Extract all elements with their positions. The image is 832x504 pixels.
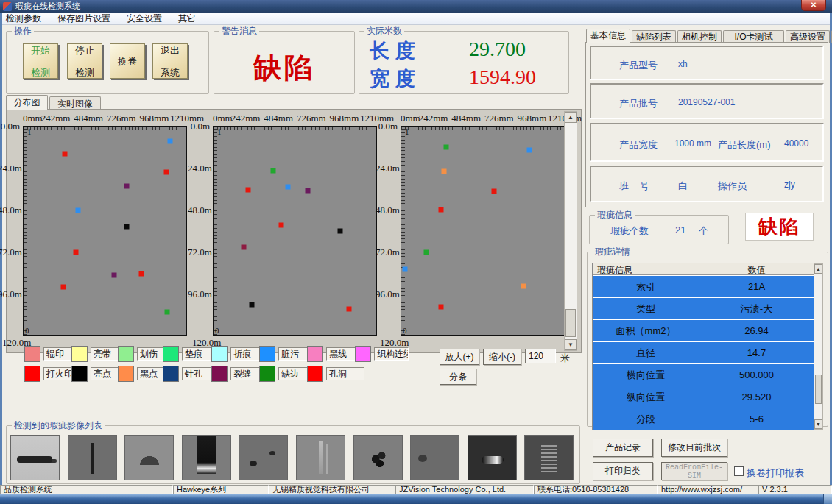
defect-point[interactable] [241, 244, 246, 249]
defect-point[interactable] [441, 168, 446, 174]
table-scroll-down[interactable]: ▼ [814, 419, 822, 429]
defect-point[interactable] [124, 184, 129, 189]
scatter-plot-1[interactable]: 10 [23, 126, 187, 336]
defect-point[interactable] [347, 307, 352, 312]
menu-bar: 检测参数保存图片设置安全设置其它 [0, 13, 832, 25]
defect-point[interactable] [402, 266, 407, 271]
defect-thumbnail-6[interactable] [296, 435, 345, 480]
menu-item-其它[interactable]: 其它 [178, 13, 196, 25]
product-record-button[interactable]: 产品记录 [593, 439, 653, 457]
defect-thumbnail-5[interactable] [239, 435, 288, 480]
menu-item-安全设置[interactable]: 安全设置 [127, 13, 162, 25]
defect-thumbnail-8[interactable] [410, 435, 459, 480]
table-row[interactable]: 横向位置500.000 [593, 364, 814, 386]
y-tick-label: 48.0m [376, 205, 398, 216]
scroll-thumb[interactable] [565, 309, 576, 337]
defect-point[interactable] [337, 228, 342, 233]
defect-point[interactable] [138, 271, 144, 276]
show-desktop-button[interactable] [823, 494, 832, 504]
menu-item-检测参数[interactable]: 检测参数 [6, 13, 41, 25]
op-button-4[interactable]: 退出系统 [152, 43, 188, 79]
defect-point[interactable] [62, 151, 67, 156]
y-tick-label: 72.0m [188, 246, 210, 258]
op-button-2[interactable]: 停止检测 [67, 43, 102, 79]
defect-point[interactable] [76, 208, 81, 213]
info-tab-基本信息[interactable]: 基本信息 [586, 29, 630, 43]
taskbar[interactable] [0, 494, 832, 504]
defect-count-value: 21 [675, 224, 685, 235]
status-segment-4: JZVision Technology Co., Ltd. [395, 485, 534, 494]
defect-point[interactable] [249, 302, 254, 308]
table-row[interactable]: 索引21A [593, 276, 814, 297]
split-button[interactable]: 分条 [440, 369, 476, 385]
defect-detail-title: 瑕疵详情 [593, 246, 632, 257]
defect-point[interactable] [74, 249, 79, 255]
defect-detail-group: 瑕疵详情 瑕疵信息数值索引21A类型污渍-大面积（mm2）26.94直径14.7… [587, 252, 828, 427]
menu-item-保存图片设置[interactable]: 保存图片设置 [57, 13, 110, 25]
defect-point[interactable] [271, 168, 276, 173]
y-axis-ruler [214, 127, 217, 335]
scroll-down-button[interactable]: ▼ [565, 339, 577, 350]
table-scroll-up[interactable]: ▲ [814, 264, 822, 274]
app-window: 瑕疵在线检测系统 ✕ 检测参数保存图片设置安全设置其它 操作 开始检测停止检测换… [0, 0, 832, 504]
title-bar[interactable]: 瑕疵在线检测系统 ✕ [0, 0, 832, 13]
table-header-value: 数值 [699, 264, 814, 275]
defect-point[interactable] [165, 310, 170, 315]
defect-point[interactable] [527, 147, 532, 152]
defect-point[interactable] [444, 144, 449, 149]
defect-point[interactable] [305, 188, 310, 194]
status-segment-6: http://www.wxjzsj.com/ [658, 485, 758, 494]
op-button-3[interactable]: 换卷 [110, 43, 145, 79]
close-button[interactable]: ✕ [801, 0, 826, 11]
defect-detail-table[interactable]: 瑕疵信息数值索引21A类型污渍-大面积（mm2）26.94直径14.7横向位置5… [592, 263, 823, 430]
x-tick-label: 0mm [23, 113, 43, 124]
zoom-out-button[interactable]: 缩小(-) [483, 349, 521, 365]
defect-point[interactable] [164, 169, 169, 174]
defect-point[interactable] [521, 284, 526, 289]
table-row[interactable]: 面积（mm2）26.94 [593, 320, 814, 341]
scatter-plot-3[interactable]: 10 [401, 126, 565, 336]
product-model-value: xh [678, 59, 688, 69]
status-segment-5: 联系电话:0510-85381428 [534, 485, 658, 494]
defect-thumbnail-7[interactable] [353, 435, 403, 480]
x-tick-label: 0mm [401, 113, 420, 124]
view-tab-分布图[interactable]: 分布图 [6, 95, 48, 110]
legend-swatch-亮点 [71, 366, 88, 382]
defect-point[interactable] [491, 189, 496, 194]
print-report-checkbox[interactable] [734, 466, 744, 476]
table-row[interactable]: 类型污渍-大 [593, 298, 814, 319]
defect-point[interactable] [438, 305, 443, 310]
print-classify-button[interactable]: 打印归类 [593, 462, 653, 480]
segment-end-label: 0 [25, 326, 29, 335]
x-tick-label: 242mm [419, 113, 448, 124]
plot-scrollbar[interactable]: ▲▼ [564, 111, 577, 351]
scatter-plot-2[interactable]: 10 [213, 126, 377, 336]
defect-point[interactable] [124, 224, 129, 230]
modify-batch-button[interactable]: 修改目前批次 [661, 439, 727, 457]
table-scrollbar[interactable]: ▲▼ [814, 263, 823, 430]
defect-point[interactable] [439, 207, 444, 213]
defect-thumbnail-1[interactable] [10, 435, 60, 480]
defect-point[interactable] [423, 249, 429, 255]
op-button-1[interactable]: 开始检测 [23, 43, 58, 79]
table-row[interactable]: 纵向位置29.520 [593, 386, 814, 408]
scale-input[interactable]: 120 [525, 349, 556, 363]
zoom-in-button[interactable]: 放大(+) [440, 349, 479, 365]
defect-point[interactable] [246, 188, 251, 193]
defect-point[interactable] [111, 272, 116, 277]
table-row[interactable]: 直径14.7 [593, 342, 814, 363]
defect-thumbnail-3[interactable] [124, 435, 174, 480]
defect-thumbnail-9[interactable] [468, 435, 517, 480]
scroll-up-button[interactable]: ▲ [565, 112, 577, 123]
defect-thumbnail-2[interactable] [68, 435, 117, 480]
legend-swatch-裂缝 [211, 366, 228, 382]
table-row[interactable]: 分段5-6 [593, 408, 814, 430]
defect-thumbnail-10[interactable] [524, 435, 574, 480]
defect-thumbnail-4[interactable] [182, 435, 231, 480]
meters-group: 实际米数 长度29.700宽度1594.90 [359, 31, 569, 94]
defect-point[interactable] [168, 138, 173, 143]
defect-point[interactable] [279, 222, 284, 227]
defect-point[interactable] [286, 185, 291, 190]
table-scroll-thumb[interactable] [815, 375, 822, 404]
defect-point[interactable] [61, 285, 66, 290]
